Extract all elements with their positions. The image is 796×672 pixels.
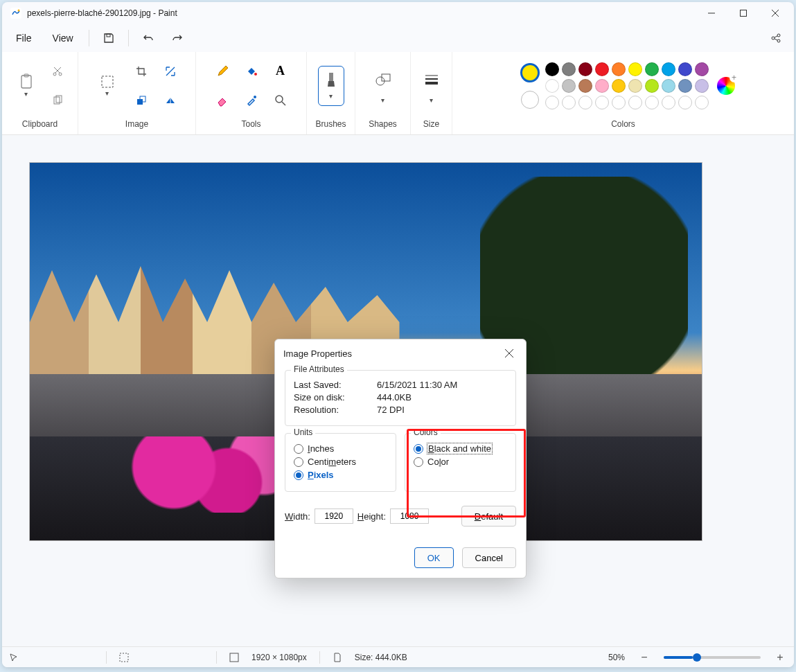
group-label-colors: Colors (611, 116, 635, 132)
radio-black-and-white[interactable]: Black and white (414, 443, 507, 454)
rotate-icon[interactable] (129, 88, 154, 113)
radio-centimeters[interactable]: Centimeters (294, 457, 387, 467)
image-properties-dialog: Image Properties File Attributes Last Sa… (274, 339, 527, 578)
color-swatch[interactable] (612, 79, 626, 93)
flip-icon[interactable] (158, 88, 183, 113)
height-label: Height: (357, 511, 386, 522)
color1-swatch[interactable] (520, 63, 540, 82)
color2-swatch[interactable] (521, 91, 539, 109)
color-swatch[interactable] (695, 79, 709, 93)
ribbon: ▾ Clipboard ▾ (2, 52, 794, 135)
undo-icon[interactable] (136, 26, 161, 51)
redo-icon[interactable] (165, 26, 190, 51)
maximize-button[interactable] (727, 2, 759, 24)
color-swatch[interactable] (695, 62, 709, 76)
svg-rect-16 (102, 76, 113, 87)
svg-rect-32 (120, 653, 128, 662)
save-icon[interactable] (96, 26, 121, 51)
text-icon[interactable]: A (268, 59, 293, 84)
color-swatch[interactable] (645, 96, 659, 109)
minimize-button[interactable] (696, 2, 727, 24)
color-swatch[interactable] (578, 96, 592, 109)
color-swatch[interactable] (678, 96, 692, 109)
last-saved-label: Last Saved: (294, 380, 377, 390)
magnifier-icon[interactable] (268, 88, 293, 113)
last-saved-value: 6/15/2021 11:30 AM (377, 380, 457, 390)
dialog-title: Image Properties (283, 348, 352, 359)
window-title: pexels-pierre-blaché-2901209.jpg - Paint (27, 8, 177, 18)
cursor-icon (9, 653, 19, 662)
svg-line-23 (282, 102, 285, 105)
work-area: Image Properties File Attributes Last Sa… (2, 135, 794, 646)
color-swatch[interactable] (662, 96, 675, 109)
chevron-down-icon[interactable]: ▾ (381, 96, 384, 104)
menu-view[interactable]: View (44, 28, 82, 48)
color-swatch[interactable] (595, 96, 609, 109)
titlebar: pexels-pierre-blaché-2901209.jpg - Paint (2, 2, 794, 24)
dialog-close-button[interactable] (501, 345, 518, 362)
color-swatch[interactable] (612, 62, 626, 76)
chevron-down-icon[interactable]: ▾ (430, 96, 433, 104)
select-button[interactable]: ▾ (91, 67, 123, 105)
svg-point-22 (276, 96, 283, 103)
group-label-clipboard: Clipboard (22, 116, 58, 132)
radio-inches[interactable]: IInchesnches (294, 443, 387, 454)
color-swatch[interactable] (595, 62, 609, 76)
zoom-slider[interactable] (664, 656, 761, 659)
color-swatch[interactable] (578, 62, 592, 76)
color-swatch[interactable] (645, 79, 659, 93)
radio-color[interactable]: Color (414, 457, 507, 467)
dimensions-icon (229, 653, 239, 662)
eraser-icon[interactable] (210, 88, 235, 113)
resolution-label: Resolution: (294, 405, 377, 415)
color-swatch[interactable] (578, 79, 592, 93)
color-swatch[interactable] (562, 79, 576, 93)
color-swatch[interactable] (545, 62, 559, 76)
color-swatch[interactable] (678, 79, 692, 93)
color-swatch[interactable] (662, 79, 675, 93)
crop-icon[interactable] (129, 59, 154, 84)
radio-pixels[interactable]: Pixels (294, 470, 387, 480)
svg-point-8 (777, 34, 780, 37)
close-button[interactable] (759, 2, 791, 24)
color-swatch[interactable] (628, 79, 642, 93)
color-swatch[interactable] (695, 96, 709, 109)
filesize-icon (333, 653, 342, 662)
color-swatch[interactable] (645, 62, 659, 76)
color-swatch[interactable] (628, 96, 642, 109)
pencil-icon[interactable] (210, 59, 235, 84)
color-swatch[interactable] (545, 96, 559, 109)
svg-point-9 (777, 39, 780, 42)
zoom-out-button[interactable]: − (637, 651, 651, 664)
svg-point-21 (254, 96, 256, 98)
fill-icon[interactable] (239, 59, 264, 84)
color-swatch[interactable] (678, 62, 692, 76)
color-swatch[interactable] (595, 79, 609, 93)
ok-button[interactable]: OK (414, 547, 454, 568)
svg-rect-24 (329, 73, 333, 81)
zoom-in-button[interactable]: + (773, 651, 787, 664)
width-input[interactable] (315, 509, 353, 524)
shapes-button[interactable] (371, 67, 396, 92)
size-button[interactable] (419, 67, 444, 92)
color-swatch[interactable] (612, 96, 626, 109)
menu-file[interactable]: File (8, 28, 40, 48)
height-input[interactable] (390, 509, 429, 524)
cancel-button[interactable]: Cancel (462, 547, 516, 568)
cut-icon[interactable] (45, 59, 70, 84)
color-swatch[interactable] (562, 62, 576, 76)
resize-icon[interactable] (158, 59, 183, 84)
color-swatch[interactable] (562, 96, 576, 109)
color-swatch[interactable] (662, 62, 675, 76)
share-icon[interactable] (763, 26, 788, 51)
copy-icon[interactable] (45, 88, 70, 113)
brushes-button[interactable]: ▾ (318, 66, 344, 106)
color-swatch[interactable] (628, 62, 642, 76)
paste-button[interactable]: ▾ (10, 67, 42, 105)
color-swatch[interactable] (545, 79, 559, 93)
edit-colors-button[interactable] (717, 77, 735, 95)
statusbar: 1920 × 1080px Size: 444.0KB 50% − + (2, 646, 794, 667)
svg-point-12 (53, 73, 56, 76)
default-button[interactable]: Default (461, 506, 516, 527)
eyedropper-icon[interactable] (239, 88, 264, 113)
